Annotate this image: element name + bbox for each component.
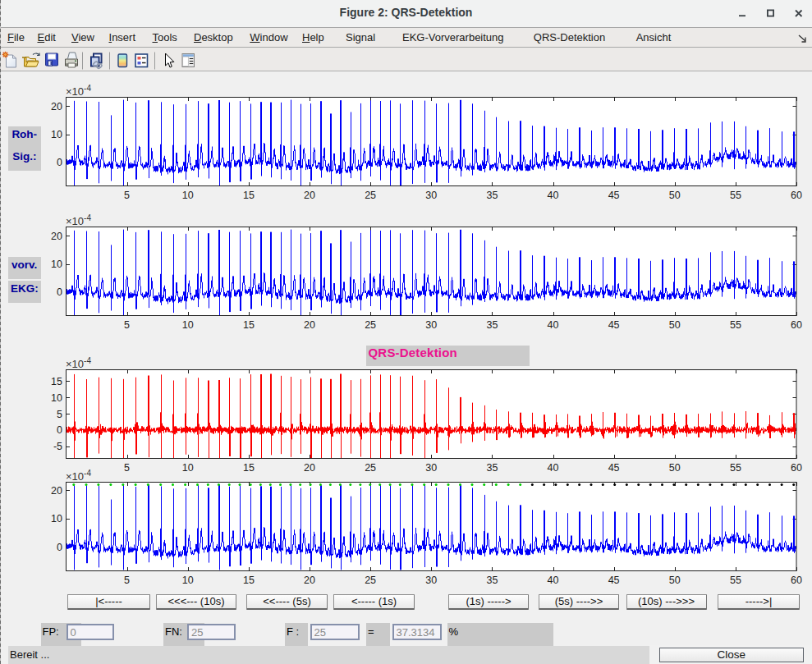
svg-text:0: 0: [57, 286, 62, 298]
svg-text:25: 25: [365, 575, 376, 586]
svg-text:45: 45: [608, 319, 620, 331]
svg-text:20: 20: [304, 575, 315, 586]
svg-text:55: 55: [730, 575, 741, 586]
svg-text:60: 60: [791, 462, 802, 474]
svg-text:30: 30: [425, 575, 437, 586]
svg-text:45: 45: [608, 190, 620, 201]
svg-text:40: 40: [548, 575, 559, 586]
svg-text:35: 35: [486, 190, 498, 201]
svg-text:30: 30: [425, 462, 437, 474]
svg-text:60: 60: [791, 190, 802, 201]
svg-text:60: 60: [791, 575, 802, 586]
svg-text:5: 5: [124, 462, 130, 474]
svg-text:20: 20: [51, 485, 62, 497]
svg-text:10: 10: [182, 575, 194, 586]
svg-text:10: 10: [182, 190, 194, 201]
svg-text:15: 15: [243, 319, 255, 331]
svg-text:45: 45: [608, 575, 620, 586]
svg-text:15: 15: [243, 575, 255, 586]
svg-text:50: 50: [669, 575, 681, 586]
svg-text:10: 10: [182, 462, 194, 474]
svg-text:15: 15: [243, 190, 255, 201]
svg-text:55: 55: [730, 462, 741, 474]
svg-text:×10-4: ×10-4: [66, 213, 91, 228]
svg-text:5: 5: [57, 409, 62, 420]
svg-text:0: 0: [57, 542, 62, 553]
svg-text:×10-4: ×10-4: [66, 469, 91, 483]
svg-text:60: 60: [791, 319, 802, 331]
svg-text:10: 10: [51, 129, 62, 140]
svg-text:20: 20: [304, 319, 315, 331]
svg-text:55: 55: [730, 319, 741, 331]
svg-text:20: 20: [51, 101, 62, 112]
svg-text:25: 25: [365, 319, 376, 331]
svg-text:40: 40: [548, 319, 559, 331]
svg-text:20: 20: [304, 462, 315, 474]
svg-text:30: 30: [425, 319, 437, 331]
svg-text:30: 30: [425, 190, 437, 201]
svg-text:20: 20: [51, 231, 62, 242]
svg-text:10: 10: [51, 513, 62, 524]
svg-text:15: 15: [243, 462, 255, 474]
svg-text:35: 35: [486, 319, 498, 331]
svg-text:20: 20: [304, 190, 315, 201]
svg-text:50: 50: [669, 462, 681, 474]
svg-text:40: 40: [548, 462, 559, 474]
svg-text:35: 35: [486, 575, 498, 586]
svg-text:×10-4: ×10-4: [66, 356, 91, 371]
svg-text:5: 5: [124, 319, 130, 331]
svg-text:0: 0: [57, 157, 62, 168]
svg-text:25: 25: [365, 462, 376, 474]
svg-text:50: 50: [669, 190, 681, 201]
svg-text:0: 0: [57, 424, 62, 436]
svg-text:35: 35: [486, 462, 498, 474]
svg-text:10: 10: [51, 392, 62, 404]
svg-text:45: 45: [608, 462, 620, 474]
svg-text:40: 40: [548, 190, 559, 201]
svg-text:×10-4: ×10-4: [66, 84, 91, 98]
svg-text:10: 10: [182, 319, 194, 331]
svg-text:55: 55: [730, 190, 741, 201]
svg-text:5: 5: [124, 575, 130, 586]
svg-text:50: 50: [669, 319, 681, 331]
svg-text:-5: -5: [53, 441, 62, 452]
svg-text:10: 10: [51, 259, 62, 270]
svg-text:5: 5: [124, 190, 130, 201]
svg-text:25: 25: [365, 190, 376, 201]
svg-text:15: 15: [51, 376, 62, 387]
